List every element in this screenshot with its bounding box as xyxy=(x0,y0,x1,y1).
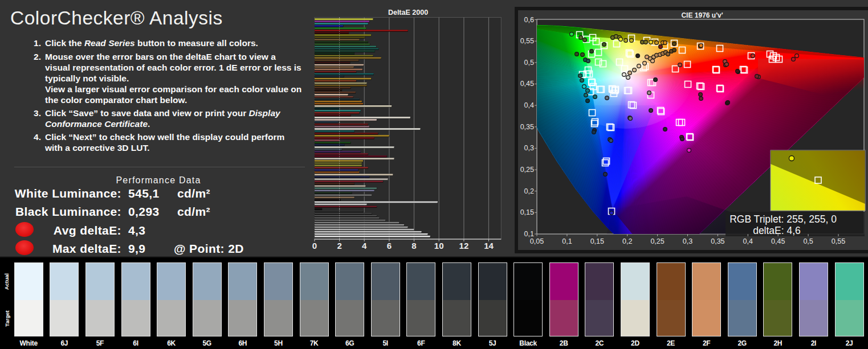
svg-text:DeltaE 2000: DeltaE 2000 xyxy=(388,9,428,17)
svg-text:0,2: 0,2 xyxy=(524,187,534,195)
svg-text:8: 8 xyxy=(411,241,416,251)
svg-text:0,15: 0,15 xyxy=(520,208,534,216)
svg-text:0,1: 0,1 xyxy=(524,230,534,238)
svg-text:0,5: 0,5 xyxy=(524,59,534,67)
svg-text:0,35: 0,35 xyxy=(711,237,724,245)
svg-text:0,3: 0,3 xyxy=(524,144,534,152)
svg-text:RGB Triplet: 255, 255, 0: RGB Triplet: 255, 255, 0 xyxy=(730,213,837,225)
svg-text:deltaE: 4,6: deltaE: 4,6 xyxy=(753,225,801,236)
svg-text:0,2: 0,2 xyxy=(622,237,632,245)
svg-text:14: 14 xyxy=(484,241,494,251)
svg-text:0,45: 0,45 xyxy=(520,80,534,88)
svg-text:0,5: 0,5 xyxy=(803,237,813,245)
svg-text:2: 2 xyxy=(337,241,341,251)
svg-text:0,25: 0,25 xyxy=(650,237,664,245)
svg-text:CIE 1976 u'v': CIE 1976 u'v' xyxy=(681,11,723,19)
svg-text:12: 12 xyxy=(459,241,469,251)
svg-text:0,35: 0,35 xyxy=(520,123,534,131)
svg-text:0,1: 0,1 xyxy=(562,237,572,245)
svg-text:0,4: 0,4 xyxy=(524,101,534,109)
svg-text:0: 0 xyxy=(312,241,317,251)
svg-text:0,6: 0,6 xyxy=(524,16,534,24)
svg-text:4: 4 xyxy=(362,241,367,251)
svg-text:0,4: 0,4 xyxy=(743,237,753,245)
svg-text:0,15: 0,15 xyxy=(590,237,604,245)
svg-text:0,3: 0,3 xyxy=(683,237,692,245)
svg-text:0,05: 0,05 xyxy=(530,237,544,245)
svg-text:0,55: 0,55 xyxy=(832,237,845,245)
svg-text:0,25: 0,25 xyxy=(520,166,534,174)
svg-text:0,55: 0,55 xyxy=(520,37,534,45)
svg-text:6: 6 xyxy=(387,241,392,251)
svg-text:0,45: 0,45 xyxy=(771,237,785,245)
svg-text:10: 10 xyxy=(434,241,444,251)
